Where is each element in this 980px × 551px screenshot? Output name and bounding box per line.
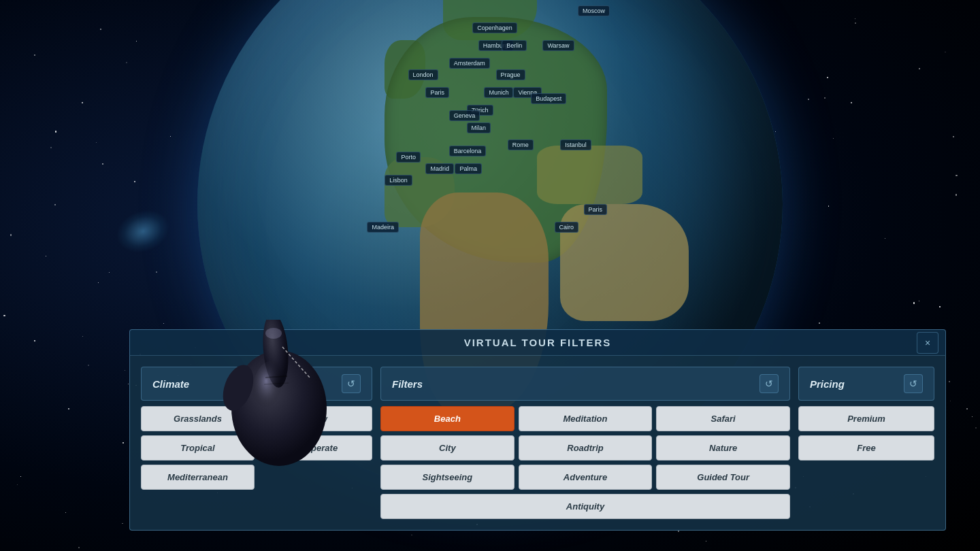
star xyxy=(855,22,856,24)
filter-button[interactable]: Safari xyxy=(656,406,790,431)
filter-button[interactable]: Sightseeing xyxy=(380,465,514,490)
close-button[interactable]: × xyxy=(917,332,938,354)
filter-button[interactable]: City xyxy=(380,435,514,461)
star xyxy=(20,476,21,477)
city-label: Istanbul xyxy=(560,139,591,150)
star xyxy=(136,41,137,41)
city-label: Barcelona xyxy=(449,146,487,156)
star xyxy=(82,336,83,337)
star xyxy=(824,97,826,99)
star xyxy=(819,322,820,324)
star xyxy=(833,138,834,139)
city-label: Cairo xyxy=(555,222,579,233)
star xyxy=(706,541,706,541)
star xyxy=(163,323,164,324)
filter-button[interactable]: Adventure xyxy=(519,465,653,490)
star xyxy=(953,136,954,137)
star xyxy=(827,77,828,78)
panel-title: VIRTUAL TOUR FILTERS xyxy=(464,337,612,348)
city-label: Prague xyxy=(496,69,525,80)
climate-section-title: Climate xyxy=(152,378,189,390)
star xyxy=(34,340,35,341)
climate-filter-button[interactable]: Tropical xyxy=(141,435,255,461)
star xyxy=(17,484,18,485)
filter-button[interactable]: Beach xyxy=(380,406,514,431)
star xyxy=(68,408,69,410)
star xyxy=(919,301,919,301)
city-label: Rome xyxy=(508,139,534,150)
star xyxy=(956,194,957,195)
star xyxy=(945,52,945,52)
star xyxy=(122,523,123,524)
star xyxy=(3,315,5,316)
city-label: Geneva xyxy=(449,110,480,121)
city-label: Milan xyxy=(467,122,491,133)
climate-filter-button[interactable]: Snow xyxy=(259,406,372,431)
star xyxy=(96,142,97,143)
star xyxy=(134,181,135,182)
pricing-filter-button[interactable]: Premium xyxy=(798,406,934,431)
star xyxy=(808,99,808,99)
star xyxy=(109,272,110,273)
filters-refresh-button[interactable]: ↺ xyxy=(760,374,779,393)
city-label: Warsaw xyxy=(542,40,574,51)
refresh-icon: ↺ xyxy=(347,378,355,389)
city-label: Lisbon xyxy=(385,175,412,186)
star xyxy=(885,238,885,239)
star xyxy=(851,102,852,103)
city-label: Madrid xyxy=(425,163,454,174)
filter-button[interactable]: Meditation xyxy=(519,406,653,431)
star xyxy=(956,175,957,176)
star xyxy=(10,234,12,235)
city-label: Moscow xyxy=(578,5,610,16)
pricing-section: Pricing ↺ PremiumFree xyxy=(798,367,934,519)
filter-button[interactable]: Guided Tour xyxy=(656,465,790,490)
star xyxy=(966,408,968,410)
star xyxy=(50,147,52,148)
filter-button[interactable]: Antiquity xyxy=(380,494,790,519)
pricing-section-header: Pricing ↺ xyxy=(798,367,934,401)
pricing-refresh-button[interactable]: ↺ xyxy=(904,374,923,393)
city-label: Budapest xyxy=(531,93,566,104)
star xyxy=(88,365,89,366)
star xyxy=(828,205,830,207)
star xyxy=(46,256,46,256)
star xyxy=(98,282,99,283)
refresh-icon: ↺ xyxy=(765,378,773,389)
star xyxy=(100,29,101,30)
pricing-section-title: Pricing xyxy=(810,378,845,390)
climate-section-header: Climate ↺ xyxy=(141,367,372,401)
climate-buttons-grid: GrasslandsSnowTropicalTemperateMediterra… xyxy=(141,406,372,490)
star xyxy=(128,384,129,384)
city-label: Palma xyxy=(455,163,482,174)
star xyxy=(411,535,412,536)
star xyxy=(972,416,973,417)
star xyxy=(78,547,80,548)
city-label: Copenhagen xyxy=(472,22,517,33)
pricing-filter-button[interactable]: Free xyxy=(798,435,934,461)
filters-section-header: Filters ↺ xyxy=(380,367,790,401)
star xyxy=(82,102,83,103)
climate-filter-button[interactable]: Grasslands xyxy=(141,406,255,431)
panel-title-bar: VIRTUAL TOUR FILTERS × xyxy=(129,329,946,355)
filter-button[interactable]: Roadtrip xyxy=(519,435,653,461)
star xyxy=(55,131,56,132)
filter-grid: Climate ↺ GrasslandsSnowTropicalTemperat… xyxy=(141,367,934,519)
filter-button[interactable]: Nature xyxy=(656,435,790,461)
star xyxy=(913,302,915,303)
climate-refresh-button[interactable]: ↺ xyxy=(342,374,361,393)
city-label: Berlin xyxy=(502,40,527,51)
star xyxy=(949,381,950,382)
star xyxy=(156,271,157,273)
city-label: Amsterdam xyxy=(449,58,490,69)
star xyxy=(122,442,124,444)
climate-filter-button[interactable]: Mediterranean xyxy=(141,465,255,490)
city-label: Paris xyxy=(584,204,608,215)
land-middle-east xyxy=(560,204,689,321)
filters-section-title: Filters xyxy=(392,378,423,390)
climate-filter-button[interactable]: Temperate xyxy=(259,435,372,461)
star xyxy=(678,531,679,532)
star xyxy=(125,370,125,371)
star xyxy=(170,136,171,137)
city-label: Munich xyxy=(484,87,513,98)
